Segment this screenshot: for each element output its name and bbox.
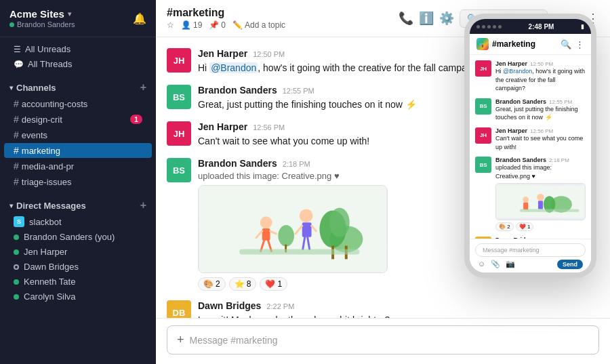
svg-point-27 (537, 194, 544, 201)
member-count: 👤 19 (181, 20, 202, 30)
channel-item-design-crit[interactable]: # design-crit 1 (4, 112, 152, 127)
phone-camera-icon[interactable]: 📷 (506, 260, 515, 268)
hash-icon: # (14, 145, 19, 156)
channels-section-header[interactable]: ▾ Channels + (0, 76, 156, 96)
status-away-icon (14, 264, 19, 270)
message-time: 12:55 PM (283, 87, 314, 95)
dm-item-kenneth[interactable]: Kenneth Tate (4, 275, 152, 289)
message-input-box[interactable]: + Message #marketing (167, 325, 599, 355)
reaction-item[interactable]: 🎨2 (198, 277, 226, 291)
workspace-name[interactable]: Acme Sites ▾ (9, 8, 75, 20)
dm-item-slackbot[interactable]: S slackbot (4, 214, 152, 229)
add-attachment-icon[interactable]: + (177, 333, 184, 347)
phone-reaction[interactable]: 🎨 2 (495, 222, 514, 231)
svg-rect-7 (302, 222, 312, 237)
phone-channel-name: #marketing (492, 39, 535, 49)
message-time: 2:18 PM (283, 160, 310, 168)
phone-uploaded-image (495, 183, 586, 220)
top-nav-section: ☰ All Unreads 💬 All Threads (0, 37, 156, 76)
avatar: JH (167, 48, 191, 73)
phone-channel-header: #marketing 🔍 ⋮ (470, 34, 591, 55)
add-channel-icon[interactable]: + (140, 81, 146, 94)
dm-item-brandon[interactable]: Brandon Sanders (you) (4, 230, 152, 244)
channel-item-accounting[interactable]: # accounting-costs (4, 96, 152, 111)
chevron-channels-icon: ▾ (9, 84, 13, 92)
signal-dot (476, 25, 480, 28)
svg-rect-0 (199, 186, 386, 272)
svg-rect-24 (482, 45, 483, 47)
status-dot-icon (9, 22, 14, 27)
svg-point-29 (523, 197, 529, 203)
phone-send-button[interactable]: Send (557, 260, 583, 269)
illustration-svg (199, 186, 387, 272)
channel-item-media-pr[interactable]: # media-and-pr (4, 159, 152, 174)
hash-icon: # (14, 161, 19, 171)
phone-emoji-icon[interactable]: ☺ (478, 260, 485, 268)
message-sender: Brandon Sanders (198, 85, 277, 96)
reaction-item[interactable]: ❤️1 (260, 277, 287, 291)
phone-more-icon[interactable]: ⋮ (575, 39, 584, 49)
channels-list: # accounting-costs # design-crit 1 # eve… (0, 96, 156, 190)
chevron-dm-icon: ▾ (9, 202, 13, 209)
sidebar: Acme Sites ▾ Brandon Sanders 🔔 ☰ All Unr… (0, 0, 156, 364)
unreads-icon: ☰ (14, 45, 21, 54)
avatar: BS (167, 158, 191, 182)
svg-rect-21 (479, 43, 482, 45)
channel-title: #marketing (167, 7, 285, 19)
add-topic[interactable]: ✏️ Add a topic (232, 20, 285, 30)
notifications-icon[interactable]: 🔔 (133, 12, 146, 25)
message-content: Dawn Bridges 2:22 PM Love it! Maybe make… (198, 300, 599, 318)
pin-count: 📌 0 (209, 20, 226, 30)
svg-point-4 (329, 207, 350, 237)
phone-reaction[interactable]: ❤️ 1 (516, 222, 534, 231)
avatar: BS (167, 85, 191, 109)
reactions: 🎨2 ⭐8 ❤️1 (198, 277, 599, 291)
phone-attach-icon[interactable]: 📎 (491, 260, 500, 268)
add-dm-icon[interactable]: + (140, 199, 146, 211)
message-input-placeholder: Message #marketing (190, 335, 278, 346)
hash-icon: # (14, 129, 19, 140)
phone-battery-icon: ▮ (581, 23, 584, 30)
sidebar-item-all-threads[interactable]: 💬 All Threads (4, 57, 152, 71)
status-online-icon (14, 235, 19, 240)
phone-message-input[interactable]: Message #marketing (475, 243, 586, 257)
dm-item-dawn[interactable]: Dawn Bridges (4, 260, 152, 274)
threads-icon: 💬 (14, 60, 24, 69)
channel-item-triage[interactable]: # triage-issues (4, 174, 152, 189)
sidebar-item-all-unreads[interactable]: ☰ All Unreads (4, 42, 152, 56)
message-sender: Brandon Sanders (198, 158, 277, 169)
status-online-icon (14, 294, 19, 300)
hash-icon: # (14, 98, 19, 109)
avatar: JH (167, 121, 191, 146)
message-time: 12:50 PM (253, 50, 285, 58)
reaction-item[interactable]: ⭐8 (229, 277, 257, 291)
hash-icon: # (14, 176, 19, 187)
channel-item-marketing[interactable]: # marketing (4, 143, 152, 158)
signal-dot (487, 25, 491, 28)
svg-rect-32 (520, 209, 579, 212)
status-online-icon (14, 249, 19, 255)
info-icon[interactable]: ℹ️ (419, 11, 434, 26)
phone-message: JH Jen Harper 12:56 PM Can't wait to see… (475, 127, 586, 151)
dm-section-header[interactable]: ▾ Direct Messages + (0, 194, 156, 214)
settings-icon[interactable]: ⚙️ (439, 11, 454, 26)
svg-point-12 (260, 216, 272, 228)
message-time: 2:22 PM (266, 302, 294, 310)
channel-meta: ☆ 👤 19 📌 0 ✏️ Add a topic (167, 20, 285, 30)
message-sender: Dawn Bridges (198, 300, 261, 311)
mention: @Brandon (209, 62, 258, 73)
star-icon[interactable]: ☆ (167, 20, 174, 30)
phone-message: BS Brandon Sanders 12:55 PM Great, just … (475, 98, 586, 122)
phone-search-icon[interactable]: 🔍 (561, 39, 571, 49)
dm-item-carolyn[interactable]: Carolyn Silva (4, 289, 152, 304)
signal-dot (498, 25, 502, 28)
phone-signal-dots (476, 25, 502, 28)
message-sender: Jen Harper (198, 121, 247, 132)
uploaded-image (198, 185, 388, 273)
message-header: Dawn Bridges 2:22 PM (198, 300, 599, 311)
dm-item-jen[interactable]: Jen Harper (4, 245, 152, 259)
workspace-header[interactable]: Acme Sites ▾ Brandon Sanders 🔔 (0, 0, 156, 37)
call-icon[interactable]: 📞 (399, 11, 413, 26)
channel-item-events[interactable]: # events (4, 127, 152, 142)
message-text: Love it! Maybe make the colors a bit bri… (198, 313, 599, 318)
